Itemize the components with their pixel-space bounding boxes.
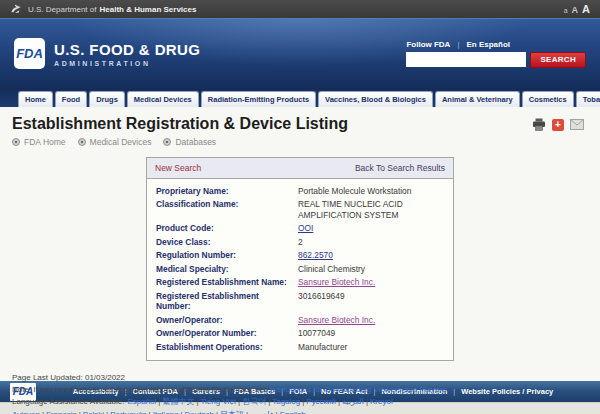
search-button[interactable]: SEARCH — [530, 52, 586, 68]
language-link[interactable]: English — [280, 410, 306, 414]
hhs-eagle-icon — [10, 3, 22, 15]
back-to-search-results-link[interactable]: Back To Search Results — [355, 163, 445, 173]
language-link[interactable]: Tiếng Việt — [200, 397, 236, 406]
language-link[interactable]: Español — [127, 397, 156, 406]
viewers-players-link[interactable]: Instructions for Downloading Viewers and… — [270, 385, 446, 394]
breadcrumb-bullet-icon — [12, 138, 20, 146]
breadcrumb-label: Medical Devices — [90, 137, 152, 147]
language-separator: | — [268, 397, 270, 406]
print-icon[interactable] — [532, 118, 546, 131]
fda-header: FDA U.S. FOOD & DRUG ADMINISTRATION Foll… — [0, 18, 600, 88]
device-listing-panel: New Search Back To Search Results Propri… — [146, 157, 454, 361]
hhs-dept-prefix: U.S. Department of — [28, 5, 96, 14]
breadcrumb-bullet-icon — [163, 138, 171, 146]
field-label: Registered Establishment Number: — [156, 291, 298, 312]
field-value: 2 — [298, 237, 444, 248]
language-separator: | — [238, 397, 240, 406]
nav-tab-vaccines-blood-biologics[interactable]: Vaccines, Blood & Biologics — [318, 91, 433, 107]
follow-fda-link[interactable]: Follow FDA — [406, 40, 450, 49]
field-label: Registered Establishment Name: — [156, 277, 298, 288]
search-input[interactable] — [406, 52, 526, 67]
language-link[interactable]: 日本語 — [220, 410, 244, 414]
language-separator: | — [366, 397, 368, 406]
breadcrumb: FDA HomeMedical DevicesDatabases — [12, 137, 588, 147]
breadcrumb-item[interactable]: FDA Home — [12, 137, 66, 147]
field-value: REAL TIME NUCLEIC ACID AMPLIFICATION SYS… — [298, 199, 444, 220]
header-utilities: Follow FDA | En Español SEARCH — [406, 40, 586, 68]
language-separator: | — [216, 410, 218, 414]
nav-tab-home[interactable]: Home — [18, 91, 53, 107]
header-link-separator: | — [457, 40, 459, 49]
field-value: 10077049 — [298, 328, 444, 339]
language-link[interactable]: 한국어 — [242, 397, 266, 406]
nav-tab-radiation-emitting-products[interactable]: Radiation-Emitting Products — [201, 91, 316, 107]
table-row: Medical Specialty:Clinical Chemistry — [147, 262, 453, 276]
nav-tab-animal-veterinary[interactable]: Animal & Veterinary — [435, 91, 520, 107]
language-link[interactable]: Português — [110, 410, 146, 414]
device-detail-table: Proprietary Name:Portable Molecule Works… — [147, 179, 453, 360]
nav-tab-tobacco-products[interactable]: Tobacco Products — [576, 91, 600, 107]
language-separator: | — [42, 410, 44, 414]
share-icon[interactable] — [552, 119, 564, 131]
table-row: Product Code:OOI — [147, 222, 453, 236]
table-row: Establishment Operations:Manufacturer — [147, 340, 453, 354]
language-link[interactable]: Français — [46, 410, 77, 414]
language-separator: | — [158, 397, 160, 406]
field-label: Establishment Operations: — [156, 342, 298, 353]
language-separator: | — [106, 410, 108, 414]
page-action-icons — [532, 118, 584, 131]
field-value: OOI — [298, 223, 444, 234]
hhs-dept-name[interactable]: Health & Human Services — [99, 5, 196, 14]
language-link[interactable]: Русский — [306, 397, 336, 406]
nav-tab-food[interactable]: Food — [55, 91, 87, 107]
field-value: Manufacturer — [298, 342, 444, 353]
nav-tab-cosmetics[interactable]: Cosmetics — [522, 91, 574, 107]
language-separator: | — [338, 397, 340, 406]
language-link[interactable]: Polski — [83, 410, 104, 414]
language-separator: | — [276, 410, 278, 414]
table-row: Regulation Number:862.2570 — [147, 249, 453, 263]
language-assistance-line: Language Assistance Available:Español|繁體… — [12, 396, 588, 414]
field-label: Owner/Operator: — [156, 315, 298, 326]
site-title-line1: U.S. FOOD & DRUG — [54, 41, 200, 58]
field-value-link[interactable]: 862.2570 — [298, 250, 333, 260]
breadcrumb-item[interactable]: Medical Devices — [78, 137, 152, 147]
table-row: Owner/Operator Number:10077049 — [147, 327, 453, 341]
text-size-large-button[interactable]: A — [582, 3, 590, 15]
language-link[interactable]: فارسی — [250, 410, 274, 414]
breadcrumb-label: Databases — [175, 137, 216, 147]
text-size-small-button[interactable]: a — [564, 7, 568, 14]
field-value-link[interactable]: OOI — [298, 223, 313, 233]
language-link[interactable]: 繁體中文 — [162, 397, 194, 406]
field-value-link[interactable]: Sansure Biotech Inc. — [298, 315, 375, 325]
field-label: Regulation Number: — [156, 250, 298, 261]
en-espanol-link[interactable]: En Español — [466, 40, 510, 49]
language-link[interactable]: العربية — [342, 397, 364, 406]
table-row: Device Class:2 — [147, 235, 453, 249]
field-label: Device Class: — [156, 237, 298, 248]
page-title: Establishment Registration & Device List… — [12, 115, 588, 133]
breadcrumb-label: FDA Home — [24, 137, 66, 147]
fda-logo[interactable]: FDA — [14, 38, 45, 69]
nav-tab-medical-devices[interactable]: Medical Devices — [127, 91, 199, 107]
new-search-link[interactable]: New Search — [155, 163, 201, 173]
field-value: Sansure Biotech Inc. — [298, 315, 444, 326]
field-value: Clinical Chemistry — [298, 264, 444, 275]
nav-tab-drugs[interactable]: Drugs — [89, 91, 125, 107]
table-row: Proprietary Name:Portable Molecule Works… — [147, 184, 453, 198]
language-link[interactable]: Italiano — [153, 410, 179, 414]
field-value: 3016619649 — [298, 291, 444, 312]
field-value-link[interactable]: Sansure Biotech Inc. — [298, 277, 375, 287]
breadcrumb-item[interactable]: Databases — [163, 137, 216, 147]
email-icon[interactable] — [570, 119, 584, 130]
language-assistance-label: Language Assistance Available: — [12, 397, 124, 406]
language-link[interactable]: Tagalog — [272, 397, 300, 406]
primary-nav: HomeFoodDrugsMedical DevicesRadiation-Em… — [0, 88, 600, 107]
language-separator: | — [246, 410, 248, 414]
field-label: Product Code: — [156, 223, 298, 234]
table-row: Owner/Operator:Sansure Biotech Inc. — [147, 313, 453, 327]
main-content: Establishment Registration & Device List… — [0, 107, 600, 381]
language-link[interactable]: Deutsch — [185, 410, 214, 414]
field-label: Proprietary Name: — [156, 186, 298, 197]
text-size-medium-button[interactable]: A — [572, 5, 579, 15]
